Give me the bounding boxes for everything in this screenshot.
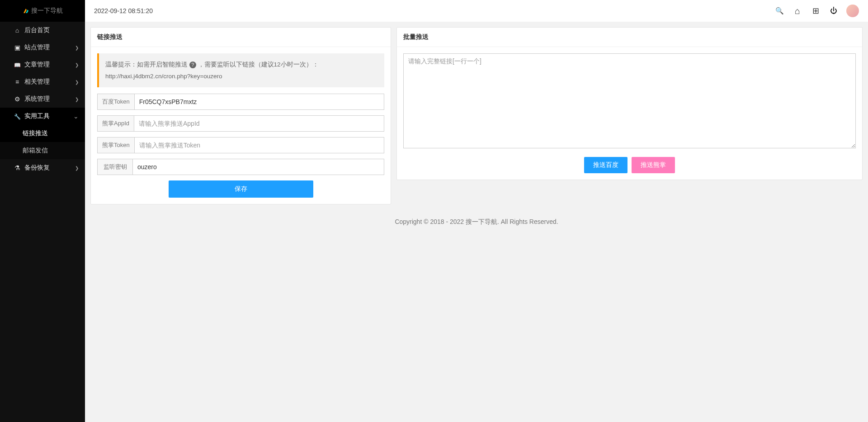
alert-prefix: 温馨提示：如需开启智能推送 (105, 61, 189, 68)
footer: Copyright © 2018 - 2022 搜一下导航. All Right… (85, 210, 868, 240)
sidebar-sub-link-push[interactable]: 链接推送 (0, 125, 85, 142)
alert-url: http://haxi.j4dbm2.cn/cron.php?key=ouzer… (105, 73, 222, 80)
nav-label: 系统管理 (24, 95, 50, 103)
main: 2022-09-12 08:51:20 链接推送 温馨提示：如需开启智能推送 ?… (85, 0, 868, 422)
sidebar-item-backup[interactable]: 备份恢复 (0, 159, 85, 176)
logo-icon (22, 7, 29, 14)
nav-label: 文章管理 (24, 61, 50, 69)
input-xz-appid[interactable] (134, 115, 384, 132)
save-button[interactable]: 保存 (169, 180, 313, 198)
chevron-right-icon (75, 97, 79, 102)
sidebar-sub-tools: 链接推送 邮箱发信 (0, 125, 85, 159)
batch-actions: 推送百度 推送熊掌 (403, 157, 856, 173)
gear-icon (14, 95, 21, 103)
chevron-down-icon (73, 113, 79, 120)
input-xz-token[interactable] (134, 137, 384, 153)
brand-name: 搜一下导航 (31, 7, 63, 15)
sidebar-item-site[interactable]: 站点管理 (0, 39, 85, 56)
chevron-right-icon (75, 166, 79, 171)
field-xz-appid: 熊掌AppId (97, 115, 384, 132)
label-xz-appid: 熊掌AppId (97, 115, 134, 132)
input-baidu-token[interactable] (134, 94, 384, 110)
power-icon[interactable] (825, 2, 843, 20)
label-listen-key: 监听密钥 (97, 159, 132, 175)
alert-tip: 温馨提示：如需开启智能推送 ? ，需要监听以下链接（建议12小时一次）： htt… (97, 53, 384, 87)
chevron-right-icon (75, 62, 79, 67)
home-icon (14, 27, 21, 34)
nav-label: 后台首页 (24, 26, 50, 34)
panel-batch-push: 批量推送 推送百度 推送熊掌 (396, 27, 863, 180)
nav-label: 站点管理 (24, 43, 50, 52)
home-icon[interactable] (788, 2, 807, 20)
brand-logo[interactable]: 搜一下导航 (0, 0, 85, 22)
field-baidu-token: 百度Token (97, 94, 384, 110)
sidebar: 搜一下导航 后台首页 站点管理 文章管理 相关管理 系统管理 实用 (0, 0, 85, 422)
sliders-icon (14, 78, 21, 85)
label-xz-token: 熊掌Token (97, 137, 134, 153)
chevron-right-icon (75, 80, 79, 85)
sidebar-item-dashboard[interactable]: 后台首页 (0, 22, 85, 39)
sidebar-item-system[interactable]: 系统管理 (0, 90, 85, 108)
panel-title: 链接推送 (91, 28, 391, 47)
input-listen-key[interactable] (132, 159, 384, 175)
timestamp: 2022-09-12 08:51:20 (94, 7, 153, 14)
flask-icon (14, 164, 21, 171)
sidebar-nav: 后台首页 站点管理 文章管理 相关管理 系统管理 实用工具 (0, 22, 85, 176)
field-listen-key: 监听密钥 (97, 159, 384, 175)
nav-label: 备份恢复 (24, 164, 50, 172)
cube-icon (14, 44, 21, 51)
nav-label: 相关管理 (24, 78, 50, 86)
plus-square-icon[interactable] (807, 2, 825, 20)
label-baidu-token: 百度Token (97, 94, 134, 110)
panel-title: 批量推送 (397, 28, 862, 47)
wrench-icon (14, 113, 21, 120)
alert-mid: ，需要监听以下链接（建议12小时一次）： (196, 61, 319, 68)
question-icon[interactable]: ? (189, 62, 196, 68)
sub-label: 链接推送 (23, 129, 48, 137)
chevron-right-icon (75, 45, 79, 50)
sidebar-sub-mail[interactable]: 邮箱发信 (0, 142, 85, 159)
search-icon[interactable] (770, 2, 788, 20)
sub-label: 邮箱发信 (23, 147, 48, 154)
sidebar-item-article[interactable]: 文章管理 (0, 56, 85, 73)
book-icon (14, 61, 21, 68)
panel-link-push: 链接推送 温馨提示：如需开启智能推送 ? ，需要监听以下链接（建议12小时一次）… (90, 27, 391, 204)
field-xz-token: 熊掌Token (97, 137, 384, 153)
avatar[interactable] (846, 5, 859, 17)
topbar: 2022-09-12 08:51:20 (85, 0, 868, 22)
sidebar-item-tools[interactable]: 实用工具 (0, 108, 85, 125)
batch-links-textarea[interactable] (403, 53, 856, 148)
sidebar-item-related[interactable]: 相关管理 (0, 73, 85, 90)
push-baidu-button[interactable]: 推送百度 (584, 157, 627, 173)
content: 链接推送 温馨提示：如需开启智能推送 ? ，需要监听以下链接（建议12小时一次）… (85, 22, 868, 210)
push-xz-button[interactable]: 推送熊掌 (632, 157, 675, 173)
nav-label: 实用工具 (24, 112, 50, 120)
